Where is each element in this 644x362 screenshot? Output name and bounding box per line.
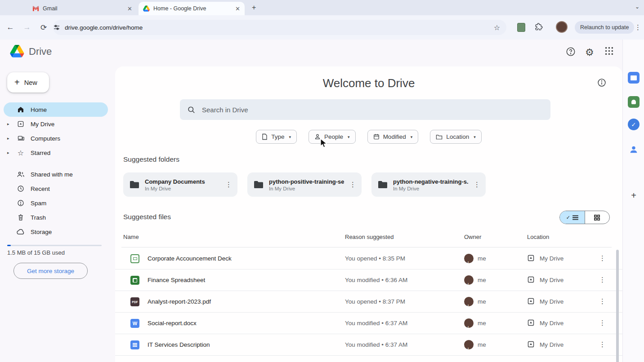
chevron-down-icon: ▾: [289, 135, 291, 139]
search-icon: [187, 106, 196, 114]
pdf-icon: PDF: [130, 297, 139, 306]
folder-menu-icon[interactable]: ⋮: [225, 181, 232, 189]
table-row[interactable]: Finance Spreadsheet You modified • 6:36 …: [115, 269, 622, 291]
forward-button[interactable]: →: [21, 23, 33, 32]
keep-icon[interactable]: [628, 96, 640, 108]
sidebar-item-label: Computers: [31, 135, 60, 142]
get-more-storage-button[interactable]: Get more storage: [13, 263, 88, 279]
filter-chip-location[interactable]: Location ▾: [430, 130, 482, 144]
sidebar-item-recent[interactable]: Recent: [4, 181, 108, 196]
tab-close-icon[interactable]: ✕: [235, 5, 240, 12]
home-icon: [16, 106, 25, 113]
row-menu-icon[interactable]: ⋮: [599, 297, 606, 305]
my-drive-icon: [527, 254, 535, 262]
sheets-icon: [130, 276, 139, 285]
table-row[interactable]: PDF Analyst-report-2023.pdf You opened •…: [115, 291, 622, 313]
info-icon[interactable]: [597, 78, 606, 87]
row-menu-icon[interactable]: ⋮: [599, 340, 606, 349]
tab-close-icon[interactable]: ✕: [127, 5, 132, 12]
help-icon[interactable]: [566, 47, 576, 57]
scrollbar-thumb[interactable]: [616, 250, 619, 362]
sidebar-item-spam[interactable]: Spam: [4, 196, 108, 210]
plus-icon: +: [14, 77, 20, 88]
folder-location: In My Drive: [145, 186, 220, 191]
filter-chip-type[interactable]: Type ▾: [256, 130, 297, 144]
tab-google-drive[interactable]: Home - Google Drive ✕: [139, 2, 245, 15]
browser-menu-icon[interactable]: ⋮: [635, 23, 641, 31]
contacts-icon[interactable]: [628, 144, 640, 155]
shared-people-icon: [16, 171, 25, 178]
new-button[interactable]: + New: [7, 72, 49, 93]
reload-button[interactable]: ⟳: [37, 23, 50, 32]
expand-caret-icon[interactable]: ▸: [7, 122, 9, 126]
sidebar-item-my-drive[interactable]: ▸ My Drive: [4, 117, 108, 131]
chevron-down-icon: ▾: [411, 135, 413, 139]
sidebar-item-storage[interactable]: Storage: [4, 225, 108, 239]
files-table: Corporate Accouncement Deck You opened •…: [115, 248, 622, 356]
column-header-name[interactable]: Name: [123, 234, 139, 240]
browser-profile-avatar[interactable]: [556, 21, 568, 33]
expand-caret-icon[interactable]: ▸: [7, 136, 9, 141]
drive-search-bar[interactable]: [180, 99, 550, 120]
expand-caret-icon[interactable]: ▸: [7, 150, 9, 155]
file-name: Social-report.docx: [148, 320, 197, 327]
sidebar-item-computers[interactable]: ▸ Computers: [4, 131, 108, 146]
add-apps-plus-icon[interactable]: +: [628, 190, 640, 201]
file-location: My Drive: [540, 298, 564, 305]
url-text[interactable]: drive.google.com/drive/home: [65, 24, 494, 31]
new-tab-button[interactable]: +: [252, 4, 256, 12]
folder-menu-icon[interactable]: ⋮: [474, 181, 480, 189]
tab-gmail[interactable]: Gmail ✕: [28, 2, 137, 15]
table-row[interactable]: IT Services Description You modified • 6…: [115, 334, 622, 356]
sidebar-item-label: My Drive: [31, 121, 54, 128]
folder-menu-icon[interactable]: ⋮: [349, 181, 356, 189]
address-bar[interactable]: drive.google.com/drive/home ☆: [53, 20, 506, 35]
tasks-icon[interactable]: [628, 119, 640, 130]
grid-view-button[interactable]: [585, 211, 610, 224]
row-menu-icon[interactable]: ⋮: [599, 319, 606, 327]
calendar-icon[interactable]: [628, 72, 640, 84]
owner-avatar: L: [464, 318, 474, 328]
table-row[interactable]: W Social-report.docx You modified • 6:37…: [115, 313, 622, 334]
tab-search-chevron-icon[interactable]: ⌄: [635, 4, 640, 10]
row-menu-icon[interactable]: ⋮: [599, 254, 606, 262]
folder-card[interactable]: python-negative-training-s... In My Driv…: [371, 172, 486, 197]
list-view-button[interactable]: ✓: [560, 211, 585, 224]
back-button[interactable]: ←: [4, 23, 17, 32]
sidebar-item-label: Recent: [31, 185, 50, 192]
tab-title: Gmail: [43, 5, 124, 12]
file-location: My Drive: [540, 320, 564, 327]
sidebar-item-label: Trash: [31, 214, 46, 221]
column-header-owner[interactable]: Owner: [464, 234, 481, 240]
word-icon: W: [130, 319, 139, 328]
search-input[interactable]: [202, 106, 472, 114]
folder-card[interactable]: Company Documents In My Drive ⋮: [123, 172, 237, 197]
new-button-label: New: [24, 79, 37, 86]
file-owner: me: [478, 298, 486, 305]
sidebar-item-starred[interactable]: ▸ ☆ Starred: [4, 146, 108, 160]
column-header-reason[interactable]: Reason suggested: [345, 234, 394, 240]
bookmark-star-icon[interactable]: ☆: [494, 23, 500, 32]
my-drive-icon: [527, 297, 535, 305]
drive-brand[interactable]: Drive: [10, 45, 52, 58]
sidebar-item-shared-with-me[interactable]: Shared with me: [4, 167, 108, 181]
sidebar-item-trash[interactable]: Trash: [4, 210, 108, 225]
docs-icon: [130, 340, 139, 349]
relaunch-to-update-button[interactable]: Relaunch to update: [575, 21, 634, 34]
table-row[interactable]: Corporate Accouncement Deck You opened •…: [115, 248, 622, 269]
extension-icon[interactable]: [517, 23, 525, 32]
folder-card[interactable]: python-positive-training-set In My Drive…: [247, 172, 362, 197]
extensions-puzzle-icon[interactable]: [534, 22, 543, 31]
column-header-location[interactable]: Location: [527, 234, 549, 240]
filter-chip-modified[interactable]: Modified ▾: [367, 130, 419, 144]
apps-grid-icon[interactable]: [605, 47, 613, 55]
settings-gear-icon[interactable]: ⚙: [585, 47, 594, 58]
site-settings-icon[interactable]: [53, 24, 60, 31]
row-menu-icon[interactable]: ⋮: [599, 276, 606, 284]
filter-chip-people[interactable]: People ▾: [309, 130, 356, 144]
suggested-folders: Company Documents In My Drive ⋮ python-p…: [123, 172, 486, 197]
suggested-files-title: Suggested files: [123, 213, 171, 221]
file-reason: You modified • 6:36 AM: [345, 277, 407, 283]
sidebar-item-home[interactable]: Home: [4, 102, 108, 117]
view-toggle: ✓: [559, 211, 610, 224]
